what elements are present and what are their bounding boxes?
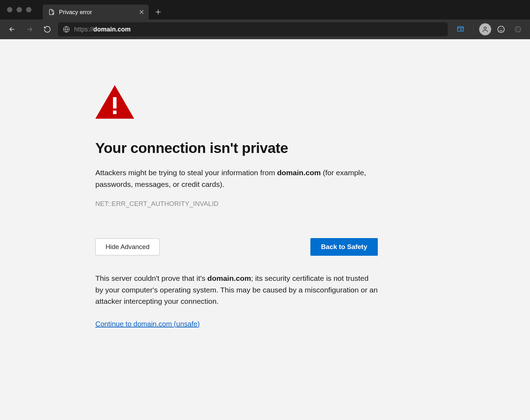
error-title: Your connection isn't private [95,140,378,156]
advanced-explanation: This server couldn't prove that it's dom… [95,273,378,307]
error-content: Your connection isn't private Attackers … [95,85,378,328]
error-description: Attackers might be trying to steal your … [95,167,378,190]
globe-icon [63,26,70,33]
svg-point-13 [502,28,502,29]
profile-button[interactable] [479,23,491,35]
error-code: NET::ERR_CERT_AUTHORITY_INVALID [95,200,378,208]
forward-button[interactable] [23,22,37,36]
advanced-explanation-pre: This server couldn't prove that it's [95,274,207,282]
svg-point-12 [500,28,500,29]
svg-rect-16 [113,97,117,108]
button-row: Hide Advanced Back to Safety [95,238,378,256]
toolbar-right [453,22,525,36]
warning-triangle-icon [95,85,378,120]
advanced-explanation-domain: domain.com [207,274,251,282]
svg-rect-17 [113,111,117,114]
toolbar: https://domain.com [0,19,530,39]
svg-point-14 [515,26,521,32]
svg-point-11 [498,26,504,32]
address-bar[interactable]: https://domain.com [58,22,448,36]
new-tab-button[interactable] [151,5,166,19]
close-tab-button[interactable] [139,9,144,15]
sync-icon[interactable] [511,22,525,36]
back-to-safety-button[interactable]: Back to Safety [310,238,378,256]
hide-advanced-button[interactable]: Hide Advanced [95,238,160,255]
error-description-domain: domain.com [277,168,321,177]
browser-chrome: Privacy error [0,0,530,39]
svg-point-10 [484,27,487,29]
separator [473,25,474,34]
minimize-window-button[interactable] [17,7,22,12]
error-page: Your connection isn't private Attackers … [0,39,530,420]
tab-title: Privacy error [59,9,135,16]
back-button[interactable] [5,22,19,36]
browser-tab[interactable]: Privacy error [43,5,149,19]
proceed-unsafe-link[interactable]: Continue to domain.com (unsafe) [95,320,200,328]
feedback-icon[interactable] [494,22,508,36]
maximize-window-button[interactable] [26,7,31,12]
page-error-icon [48,9,55,15]
url-text: https://domain.com [74,26,131,33]
error-description-pre: Attackers might be trying to steal your … [95,168,277,177]
close-window-button[interactable] [7,7,12,12]
url-domain: domain.com [93,26,131,33]
refresh-button[interactable] [40,22,54,36]
url-scheme: https:// [74,26,93,33]
tab-strip: Privacy error [0,0,530,19]
tracking-prevention-icon[interactable] [453,22,468,36]
window-controls [5,0,43,19]
